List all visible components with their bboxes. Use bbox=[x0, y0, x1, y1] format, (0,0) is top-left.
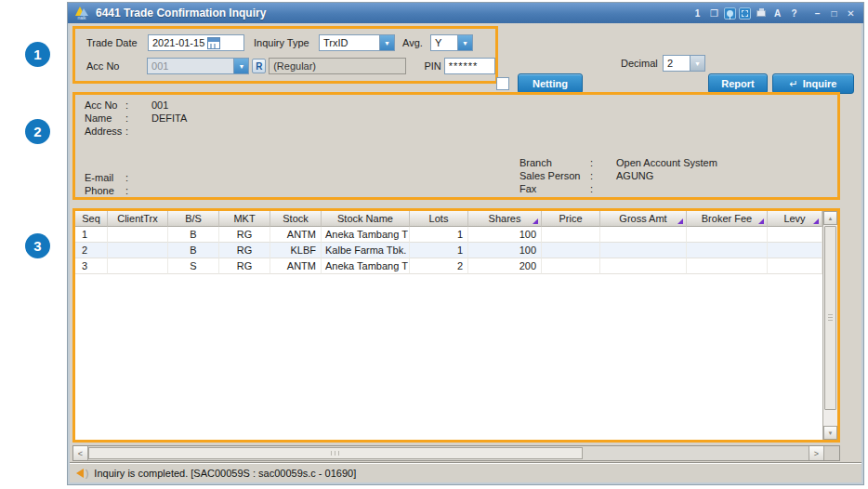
vertical-scroll-thumb[interactable] bbox=[824, 226, 836, 410]
speaker-icon bbox=[76, 469, 84, 478]
avg-label: Avg. bbox=[402, 37, 430, 48]
col-header-shares[interactable]: Shares bbox=[468, 211, 542, 227]
regular-account-button[interactable]: R bbox=[252, 59, 266, 73]
acc-no-label: Acc No bbox=[86, 60, 147, 72]
sort-indicator-icon bbox=[758, 218, 764, 224]
table-row[interactable]: 2 B RG KLBF Kalbe Farma Tbk. 1 100 bbox=[75, 243, 822, 258]
branch-row: Branch Open Account System bbox=[519, 156, 717, 169]
report-button[interactable]: Report bbox=[708, 73, 768, 94]
trade-date-input[interactable]: 2021-01-15 bbox=[148, 34, 244, 51]
col-header-lots[interactable]: Lots bbox=[410, 211, 468, 227]
maximize-button[interactable]: □ bbox=[827, 7, 841, 20]
sort-indicator-icon bbox=[533, 218, 538, 224]
table-row[interactable]: 1 B RG ANTM Aneka Tambang T 1 100 bbox=[75, 227, 822, 243]
sales-person-row: Sales Person AGUNG bbox=[519, 169, 717, 182]
scroll-left-button[interactable]: < bbox=[73, 446, 88, 460]
minimize-button[interactable]: – bbox=[810, 7, 824, 20]
status-bar: ) Inquiry is completed. [SAC00059S : sac… bbox=[70, 463, 861, 482]
multi-window-icon[interactable]: ❐ bbox=[707, 7, 721, 20]
col-header-stock-name[interactable]: Stock Name bbox=[322, 211, 410, 227]
screen-count-label: 1 bbox=[690, 7, 704, 20]
chevron-down-icon[interactable]: ▼ bbox=[379, 35, 394, 50]
scroll-down-button[interactable]: ▼ bbox=[823, 426, 837, 440]
col-header-seq[interactable]: Seq bbox=[75, 211, 108, 227]
client-area: Trade Date 2021-01-15 Inquiry Type TrxID… bbox=[70, 23, 861, 482]
pin-input[interactable]: ****** bbox=[444, 58, 495, 74]
trade-date-label: Trade Date bbox=[86, 37, 148, 48]
account-info-right: Branch Open Account System Sales Person … bbox=[519, 156, 717, 195]
form-row-2: Acc No 001 ▼ R (Regular) PIN ****** bbox=[75, 58, 495, 74]
annotation-badge-3: 3 bbox=[25, 233, 50, 258]
branch-value: Open Account System bbox=[616, 156, 717, 169]
avg-select[interactable]: Y ▼ bbox=[430, 34, 473, 51]
account-info-left: Acc No 001 Name DEFITA Address bbox=[85, 99, 187, 138]
annotation-badge-1: 1 bbox=[25, 42, 50, 67]
table-row[interactable]: 3 S RG ANTM Aneka Tambang T 2 200 bbox=[75, 258, 822, 274]
col-header-mkt[interactable]: MKT bbox=[219, 211, 270, 227]
print-icon[interactable] bbox=[754, 7, 768, 20]
col-header-levy[interactable]: Levy bbox=[768, 211, 822, 227]
decimal-label: Decimal bbox=[621, 58, 658, 69]
pin-icon[interactable] bbox=[724, 7, 736, 20]
address-row: Address bbox=[85, 125, 187, 138]
netting-checkbox[interactable] bbox=[496, 77, 509, 90]
inquiry-type-label: Inquiry Type bbox=[254, 37, 319, 48]
acc-no-select[interactable]: 001 ▼ bbox=[147, 58, 249, 74]
fax-row: Fax bbox=[519, 182, 717, 195]
name-value: DEFITA bbox=[151, 112, 187, 125]
col-header-bs[interactable]: B/S bbox=[168, 211, 219, 227]
sort-indicator-icon bbox=[813, 218, 819, 224]
col-header-stock[interactable]: Stock bbox=[270, 211, 322, 227]
enter-arrow-icon: ↵ bbox=[790, 78, 798, 90]
query-form-section: Trade Date 2021-01-15 Inquiry Type TrxID… bbox=[72, 26, 498, 84]
app-logo-label: naik bbox=[77, 16, 85, 20]
horizontal-scroll-thumb[interactable] bbox=[88, 447, 583, 459]
col-header-clienttrx[interactable]: ClientTrx bbox=[108, 211, 168, 227]
inquire-button[interactable]: ↵ Inquire bbox=[772, 73, 854, 94]
trade-grid: Seq ClientTrx B/S MKT Stock Stock Name L… bbox=[75, 211, 822, 440]
help-icon[interactable]: ? bbox=[787, 7, 801, 20]
name-row: Name DEFITA bbox=[85, 112, 187, 125]
chevron-down-icon[interactable]: ▼ bbox=[457, 35, 472, 50]
col-header-gross-amt[interactable]: Gross Amt bbox=[600, 211, 687, 227]
email-row: E-mail bbox=[85, 171, 151, 184]
app-logo-icon: naik bbox=[72, 7, 92, 20]
form-row-1: Trade Date 2021-01-15 Inquiry Type TrxID… bbox=[75, 34, 495, 51]
sales-person-value: AGUNG bbox=[616, 169, 653, 182]
scroll-track[interactable] bbox=[583, 446, 809, 460]
horizontal-scrollbar: < > bbox=[72, 445, 840, 461]
acc-no-row: Acc No 001 bbox=[85, 99, 187, 112]
grid-header-row: Seq ClientTrx B/S MKT Stock Stock Name L… bbox=[75, 211, 822, 227]
scrollbar-corner bbox=[823, 446, 839, 460]
col-header-broker-fee[interactable]: Broker Fee bbox=[687, 211, 768, 227]
chevron-down-icon[interactable]: ▼ bbox=[233, 59, 248, 73]
calendar-icon[interactable] bbox=[207, 37, 220, 49]
inquiry-type-select[interactable]: TrxID ▼ bbox=[319, 34, 395, 51]
scroll-right-button[interactable]: > bbox=[809, 446, 823, 460]
phone-row: Phone bbox=[85, 184, 151, 197]
trade-grid-section: Seq ClientTrx B/S MKT Stock Stock Name L… bbox=[72, 208, 840, 443]
speaker-wave-icon: ) bbox=[85, 469, 88, 479]
vertical-scrollbar: ▲ ▼ bbox=[822, 211, 837, 440]
decimal-select[interactable]: 2 ▼ bbox=[663, 55, 705, 72]
account-contact-left: E-mail Phone bbox=[85, 171, 151, 197]
chevron-down-icon[interactable]: ▼ bbox=[690, 56, 704, 71]
acc-no-value: 001 bbox=[151, 99, 168, 112]
annotation-badge-2: 2 bbox=[25, 119, 50, 144]
sort-indicator-icon bbox=[677, 218, 683, 224]
netting-button[interactable]: Netting bbox=[518, 73, 583, 94]
app-window: naik 6441 Trade Confirmation Inquiry 1 ❐… bbox=[67, 2, 864, 485]
account-type-field: (Regular) bbox=[269, 58, 406, 74]
pin-label: PIN bbox=[421, 60, 441, 72]
col-header-price[interactable]: Price bbox=[542, 211, 600, 227]
status-message: Inquiry is completed. [SAC00059S : sac00… bbox=[94, 468, 356, 479]
font-size-icon[interactable]: A bbox=[770, 7, 784, 20]
account-info-section: Acc No 001 Name DEFITA Address E-mail bbox=[72, 92, 840, 200]
expand-icon[interactable] bbox=[739, 7, 751, 20]
window-title: 6441 Trade Confirmation Inquiry bbox=[96, 7, 688, 20]
scroll-up-button[interactable]: ▲ bbox=[823, 211, 837, 225]
close-button[interactable]: ✕ bbox=[844, 7, 858, 20]
titlebar[interactable]: naik 6441 Trade Confirmation Inquiry 1 ❐… bbox=[68, 3, 863, 23]
